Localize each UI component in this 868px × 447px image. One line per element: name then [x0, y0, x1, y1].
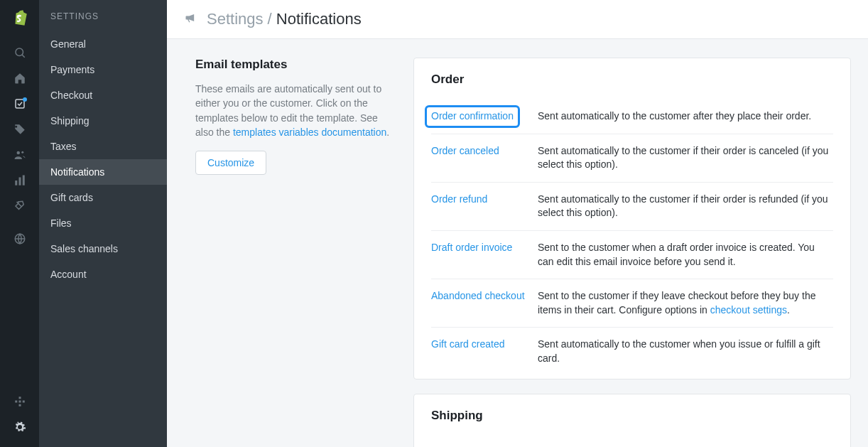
subnav-item-gift-cards[interactable]: Gift cards	[39, 185, 167, 210]
intro-panel: Email templates These emails are automat…	[195, 58, 398, 447]
subnav-item-shipping[interactable]: Shipping	[39, 108, 167, 134]
home-icon[interactable]	[0, 65, 39, 91]
tag-icon[interactable]	[0, 117, 39, 142]
subnav-item-general[interactable]: General	[39, 31, 167, 57]
subnav-item-files[interactable]: Files	[39, 210, 167, 236]
customers-icon[interactable]	[0, 142, 39, 168]
template-row: Fulfillment requestSent automatically to…	[431, 436, 833, 447]
notification-dot	[23, 97, 27, 102]
settings-icon[interactable]	[0, 414, 39, 440]
megaphone-icon	[184, 11, 198, 28]
section-order: OrderOrder confirmationSent automaticall…	[413, 58, 851, 379]
shopify-logo[interactable]	[11, 9, 29, 27]
svg-rect-5	[15, 181, 17, 185]
analytics-icon[interactable]	[0, 168, 39, 193]
template-desc: Sent automatically to the customer after…	[538, 109, 833, 124]
search-icon[interactable]	[0, 40, 39, 65]
template-row: Gift card createdSent automatically to t…	[431, 327, 833, 375]
template-link[interactable]: Order confirmation	[425, 105, 520, 128]
subnav-item-payments[interactable]: Payments	[39, 57, 167, 82]
apps-icon[interactable]	[0, 389, 39, 414]
discounts-icon[interactable]	[0, 193, 39, 219]
svg-line-1	[22, 55, 25, 58]
breadcrumb-parent[interactable]: Settings	[207, 10, 264, 28]
breadcrumb: Settings / Notifications	[207, 10, 362, 28]
template-desc: Sent automatically to the customer when …	[538, 338, 833, 365]
template-row: Draft order invoiceSent to the customer …	[431, 230, 833, 279]
template-sections: OrderOrder confirmationSent automaticall…	[413, 58, 851, 447]
subnav-item-sales-channels[interactable]: Sales channels	[39, 236, 167, 262]
main: Settings / Notifications Email templates…	[167, 0, 868, 447]
template-desc: Sent automatically to the customer if th…	[538, 144, 833, 172]
template-row: Abandoned checkoutSent to the customer i…	[431, 279, 833, 327]
intro-title: Email templates	[195, 58, 398, 72]
svg-rect-6	[18, 178, 21, 185]
template-link[interactable]: Abandoned checkout	[431, 290, 525, 301]
content: Email templates These emails are automat…	[167, 39, 868, 447]
svg-rect-7	[22, 176, 24, 185]
subnav-item-notifications[interactable]: Notifications	[39, 159, 167, 185]
template-link[interactable]: Order refund	[431, 193, 487, 205]
orders-icon[interactable]	[0, 91, 39, 117]
template-row: Order refundSent automatically to the cu…	[431, 182, 833, 230]
inline-link[interactable]: checkout settings	[710, 304, 787, 316]
template-link[interactable]: Order canceled	[431, 145, 499, 156]
template-desc: Sent automatically to the customer if th…	[538, 193, 833, 220]
subnav-item-checkout[interactable]: Checkout	[39, 82, 167, 108]
settings-subnav: SETTINGS GeneralPaymentsCheckoutShipping…	[39, 0, 167, 447]
breadcrumb-current: Notifications	[276, 10, 362, 28]
svg-point-4	[21, 151, 23, 154]
online-store-icon[interactable]	[0, 226, 39, 252]
customize-button[interactable]: Customize	[195, 151, 266, 175]
subnav-item-account[interactable]: Account	[39, 262, 167, 287]
subnav-item-taxes[interactable]: Taxes	[39, 134, 167, 159]
page-header: Settings / Notifications	[167, 0, 868, 39]
templates-docs-link[interactable]: templates variables documentation	[233, 126, 386, 138]
template-desc: Sent to the customer if they leave check…	[538, 289, 833, 317]
template-link[interactable]: Gift card created	[431, 338, 505, 350]
template-link[interactable]: Draft order invoice	[431, 242, 512, 253]
svg-point-3	[16, 151, 20, 155]
template-row: Order confirmationSent automatically to …	[431, 99, 833, 134]
intro-body: These emails are automatically sent out …	[195, 82, 398, 139]
subnav-heading: SETTINGS	[39, 4, 167, 31]
template-row: Order canceledSent automatically to the …	[431, 134, 833, 182]
template-desc: Sent to the customer when a draft order …	[538, 241, 833, 269]
svg-point-0	[16, 48, 23, 56]
section-shipping: ShippingFulfillment requestSent automati…	[413, 394, 851, 447]
section-title: Shipping	[431, 409, 833, 423]
section-title: Order	[431, 72, 833, 87]
iconbar	[0, 0, 39, 447]
